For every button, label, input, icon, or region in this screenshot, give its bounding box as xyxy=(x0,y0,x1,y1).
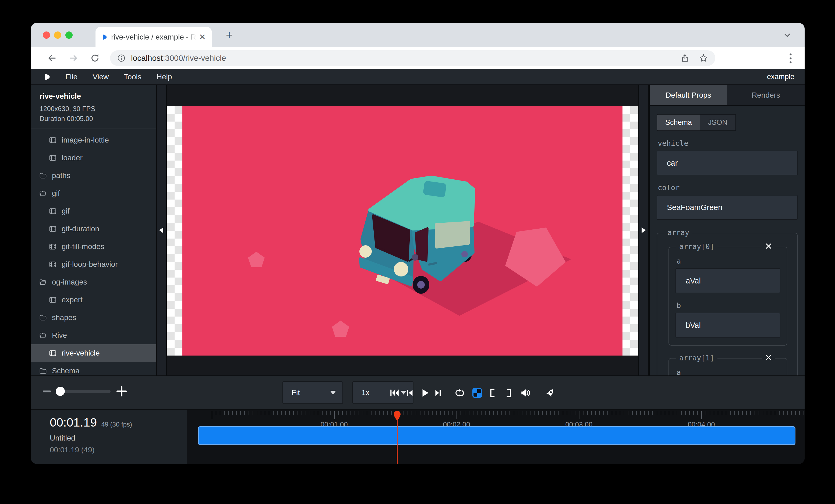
close-icon xyxy=(765,354,772,361)
film-icon xyxy=(49,296,57,304)
back-icon[interactable] xyxy=(47,53,57,63)
zoom-in-button[interactable] xyxy=(117,386,127,396)
in-point-bracket-icon[interactable] xyxy=(487,388,497,398)
timeline-track[interactable]: 00:01.00 00:02.00 00:03.00 00:04.00 xyxy=(187,410,805,464)
skip-to-start-icon[interactable] xyxy=(389,388,400,398)
sidebar-item-schema[interactable]: Schema xyxy=(31,362,156,375)
rocket-icon[interactable] xyxy=(545,388,555,398)
forward-icon[interactable] xyxy=(68,53,78,63)
color-value: SeaFoamGreen xyxy=(667,203,722,212)
browser-window: rive-vehicle / example - Remot ✕ + local… xyxy=(31,23,805,464)
bookmark-star-icon[interactable] xyxy=(699,53,708,63)
field-label-color: color xyxy=(658,184,798,192)
frame-info: 49 (30 fps) xyxy=(101,421,132,428)
volume-icon[interactable] xyxy=(520,388,530,398)
sidebar-item-image-in-lottie[interactable]: image-in-lottie xyxy=(31,131,156,149)
array-item-0: array[0] a aVal b bVal xyxy=(669,247,787,345)
field-label-vehicle: vehicle xyxy=(658,139,798,147)
array-0-b-input[interactable]: bVal xyxy=(675,313,780,337)
site-info-icon[interactable] xyxy=(117,54,126,62)
playhead-handle[interactable] xyxy=(393,411,401,421)
collapse-left-icon[interactable] xyxy=(159,227,163,233)
toggle-json[interactable]: JSON xyxy=(700,114,735,130)
timeline-info: 00:01.1949 (30 fps) Untitled 00:01.19 (4… xyxy=(31,410,187,464)
sidebar-item-gif-loop-behavior[interactable]: gif-loop-behavior xyxy=(31,255,156,273)
menu-tools[interactable]: Tools xyxy=(124,72,141,81)
remove-array-item-1-button[interactable] xyxy=(762,354,775,364)
animation-canvas[interactable] xyxy=(182,106,623,356)
menu-view[interactable]: View xyxy=(93,72,109,81)
item-label: gif-fill-modes xyxy=(62,242,104,251)
tab-strip: rive-vehicle / example - Remot ✕ + xyxy=(31,23,805,47)
sidebar-item-gif-duration[interactable]: gif-duration xyxy=(31,220,156,238)
new-tab-button[interactable]: + xyxy=(223,30,235,42)
share-icon[interactable] xyxy=(680,54,690,63)
tab-close-icon[interactable]: ✕ xyxy=(199,33,206,41)
timeline-section: 00:01.1949 (30 fps) Untitled 00:01.19 (4… xyxy=(31,409,805,464)
schema-json-toggle: Schema JSON xyxy=(657,114,736,131)
collapse-right-icon[interactable] xyxy=(641,227,646,233)
sidebar-item-loader[interactable]: loader xyxy=(31,149,156,167)
left-panel-splitter[interactable] xyxy=(156,85,167,375)
next-frame-icon[interactable] xyxy=(433,388,443,398)
item-label: gif-duration xyxy=(62,225,99,233)
app-root: File View Tools Help example rive-vehicl… xyxy=(31,69,805,464)
zoom-slider[interactable] xyxy=(57,390,110,393)
vehicle-input[interactable]: car xyxy=(657,151,798,175)
previous-frame-icon[interactable] xyxy=(405,388,415,398)
item-label: gif-loop-behavior xyxy=(62,260,118,269)
toggle-schema[interactable]: Schema xyxy=(657,114,700,130)
sidebar-item-rive[interactable]: Rive xyxy=(31,327,156,344)
tab-renders[interactable]: Renders xyxy=(727,85,805,105)
sidebar-item-gif[interactable]: gif xyxy=(31,202,156,220)
track-name: Untitled xyxy=(50,434,187,442)
remove-array-item-0-button[interactable] xyxy=(762,242,775,253)
speed-dropdown[interactable]: 1x xyxy=(352,381,413,404)
reload-icon[interactable] xyxy=(90,53,100,63)
menu-help[interactable]: Help xyxy=(157,72,172,81)
play-icon[interactable] xyxy=(420,388,430,398)
transparency-toggle-icon[interactable] xyxy=(472,388,482,398)
color-input[interactable]: SeaFoamGreen xyxy=(657,195,798,220)
timeline-clip-bar[interactable] xyxy=(198,426,795,445)
chevron-down-icon[interactable] xyxy=(782,30,792,40)
sidebar-item-gif-fill-modes[interactable]: gif-fill-modes xyxy=(31,238,156,255)
item-label: gif xyxy=(52,189,60,198)
playback-toolbar: Fit 1x xyxy=(31,375,805,409)
tab-default-props[interactable]: Default Props xyxy=(650,85,727,105)
browser-tab[interactable]: rive-vehicle / example - Remot ✕ xyxy=(96,27,212,47)
array-0-a-input[interactable]: aVal xyxy=(675,268,780,293)
sidebar-item-gif-folder[interactable]: gif xyxy=(31,185,156,202)
sidebar-item-rive-vehicle[interactable]: rive-vehicle xyxy=(31,344,156,362)
zoom-window-button[interactable] xyxy=(65,31,73,39)
address-bar[interactable]: localhost:3000/rive-vehicle xyxy=(110,50,715,66)
close-window-button[interactable] xyxy=(43,31,50,39)
zoom-slider-thumb[interactable] xyxy=(56,387,65,396)
folder-icon xyxy=(39,367,47,375)
right-panel-splitter[interactable] xyxy=(638,85,649,375)
vehicle-animation xyxy=(182,106,623,356)
sidebar-item-og-images[interactable]: og-images xyxy=(31,273,156,291)
current-time: 00:01.19 xyxy=(50,416,97,429)
transparency-checker-right xyxy=(623,106,638,356)
time-ruler[interactable] xyxy=(187,411,805,420)
browser-menu-icon[interactable] xyxy=(786,52,795,64)
zoom-out-button[interactable] xyxy=(43,391,51,392)
loop-icon[interactable] xyxy=(455,388,465,398)
item-label: og-images xyxy=(52,278,87,287)
film-icon xyxy=(49,207,57,215)
sidebar-item-shapes[interactable]: shapes xyxy=(31,309,156,327)
array-item-1-label: array[1] xyxy=(676,354,717,362)
item-label: gif xyxy=(62,207,70,215)
field-label-a: a xyxy=(676,257,780,265)
project-name: rive-vehicle xyxy=(40,92,148,101)
fit-dropdown[interactable]: Fit xyxy=(283,381,343,404)
sidebar-item-paths[interactable]: paths xyxy=(31,167,156,185)
out-point-bracket-icon[interactable] xyxy=(504,388,514,398)
array-group: array array[0] a aVal b bVal xyxy=(657,233,798,375)
film-icon xyxy=(49,154,57,162)
film-icon xyxy=(49,349,57,357)
sidebar-item-expert[interactable]: expert xyxy=(31,291,156,309)
menu-file[interactable]: File xyxy=(65,72,78,81)
minimize-window-button[interactable] xyxy=(54,31,61,39)
